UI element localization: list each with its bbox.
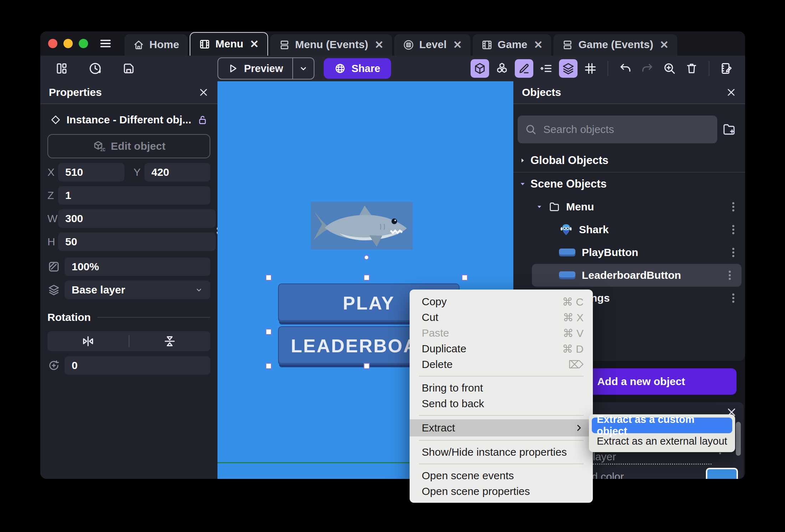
folder-row-menu[interactable]: Menu [513, 195, 745, 218]
kebab-menu-icon[interactable] [729, 201, 737, 213]
menu-item-label: Duplicate [422, 343, 466, 355]
size-rows: W H [47, 209, 210, 252]
trash-icon[interactable] [682, 59, 701, 78]
globe-icon [334, 63, 346, 74]
main-menu-hamburger-icon[interactable] [99, 31, 112, 56]
scrollbar-thumb[interactable] [736, 422, 741, 456]
redo-icon[interactable] [638, 59, 657, 78]
opacity-row [47, 257, 210, 276]
flip-vertical-button[interactable] [129, 334, 211, 348]
y-label: Y [134, 166, 144, 178]
selection-handle[interactable] [364, 363, 370, 369]
instances-cubes-icon[interactable] [493, 59, 511, 78]
edit-object-button[interactable]: 2D Edit object [47, 134, 210, 158]
submenu-item-extract-custom-object[interactable]: Extract as a custom object [592, 418, 732, 433]
angle-field[interactable] [65, 356, 210, 375]
menu-item-duplicate[interactable]: Duplicate ⌘ D [410, 341, 593, 357]
share-button[interactable]: Share [324, 58, 391, 79]
x-field[interactable] [58, 163, 124, 181]
cube-3d-icon[interactable] [471, 59, 489, 78]
kebab-menu-icon[interactable] [726, 269, 734, 281]
close-tab-icon[interactable]: ✕ [660, 40, 668, 50]
object-row-shark[interactable]: Shark [513, 218, 745, 241]
add-folder-icon[interactable] [717, 122, 741, 137]
kebab-menu-icon[interactable] [729, 224, 737, 236]
menu-item-cut[interactable]: Cut ⌘ X [410, 310, 593, 325]
menu-item-send-to-back[interactable]: Send to back [410, 396, 593, 411]
y-field[interactable] [144, 163, 211, 181]
search-objects-box[interactable] [518, 116, 717, 143]
tab-game[interactable]: Game ✕ [473, 34, 551, 56]
flip-horizontal-button[interactable] [47, 334, 129, 348]
background-color-partial-label: d color [592, 471, 624, 479]
close-tab-icon[interactable]: ✕ [534, 40, 543, 50]
opacity-field[interactable] [65, 257, 210, 276]
scene-objects-section[interactable]: Scene Objects [513, 173, 745, 195]
minimize-window-button[interactable] [63, 39, 73, 48]
preview-button[interactable]: Preview [217, 57, 314, 80]
grid-icon[interactable] [581, 59, 600, 78]
selection-handle[interactable] [364, 275, 370, 281]
menu-item-label: Show/Hide instance properties [422, 446, 567, 458]
selection-handle[interactable] [462, 275, 468, 281]
tab-level[interactable]: Level ✕ [394, 34, 471, 56]
dotted-divider [593, 464, 712, 465]
close-tab-icon[interactable]: ✕ [375, 40, 384, 50]
lock-open-icon[interactable] [197, 114, 208, 126]
width-field[interactable] [58, 209, 216, 228]
pencil-edit-icon[interactable] [515, 59, 533, 78]
height-field[interactable] [58, 232, 216, 251]
layer-select[interactable]: Base layer [65, 281, 210, 299]
width-row: W [47, 209, 216, 228]
global-objects-section[interactable]: Global Objects [513, 152, 745, 169]
close-properties-icon[interactable] [198, 87, 209, 98]
zoom-in-icon[interactable] [660, 59, 679, 78]
properties-panel: Properties Instance - Different obj... 2… [40, 81, 217, 479]
history-icon[interactable] [86, 59, 104, 78]
save-icon[interactable] [119, 59, 138, 78]
menu-item-bring-to-front[interactable]: Bring to front [410, 380, 593, 396]
close-objects-icon[interactable] [726, 87, 737, 98]
rotate-angle-icon [47, 359, 65, 372]
shark-sprite[interactable] [311, 202, 413, 250]
close-tab-icon[interactable]: ✕ [250, 39, 259, 50]
menu-item-extract[interactable]: Extract [410, 419, 593, 436]
properties-panel-title: Properties [49, 86, 102, 98]
object-row-label: LeaderboardButton [582, 269, 681, 281]
maximize-window-button[interactable] [79, 39, 88, 48]
search-objects-input[interactable] [543, 123, 710, 136]
selection-handle[interactable] [266, 363, 272, 369]
tab-game-events[interactable]: Game (Events) ✕ [553, 34, 677, 56]
background-color-swatch[interactable] [706, 468, 738, 479]
menu-item-open-scene-events[interactable]: Open scene events [410, 468, 593, 484]
submenu-item-extract-external-layout[interactable]: Extract as an external layout [592, 433, 732, 449]
delete-key-icon: ⌦ [569, 358, 584, 371]
menu-item-open-scene-properties[interactable]: Open scene properties [410, 484, 593, 499]
menu-item-delete[interactable]: Delete ⌦ [410, 357, 593, 372]
kebab-menu-icon[interactable] [729, 292, 737, 304]
close-tab-icon[interactable]: ✕ [453, 40, 462, 50]
selection-handle[interactable] [266, 275, 272, 281]
object-row-leaderboardbutton[interactable]: LeaderboardButton [532, 264, 742, 287]
scene-notes-icon[interactable] [717, 59, 736, 78]
chevron-down-icon [298, 63, 308, 73]
close-window-button[interactable] [48, 39, 57, 48]
open-panels-icon[interactable] [52, 59, 71, 78]
w-label: W [47, 213, 58, 225]
object-row-playbutton[interactable]: PlayButton [513, 241, 745, 264]
layers-icon[interactable] [559, 59, 578, 78]
undo-icon[interactable] [616, 59, 635, 78]
tab-menu[interactable]: Menu ✕ [190, 32, 268, 56]
rotation-handle[interactable] [364, 255, 369, 260]
menu-item-copy[interactable]: Copy ⌘ C [410, 294, 593, 310]
rotation-section: Rotation [47, 311, 210, 323]
preview-options-dropdown[interactable] [293, 63, 314, 73]
kebab-menu-icon[interactable] [729, 246, 737, 259]
tab-home[interactable]: Home [124, 34, 188, 56]
menu-item-shortcut: ⌘ C [562, 296, 584, 308]
selection-handle[interactable] [266, 329, 272, 335]
instance-list-icon[interactable] [537, 59, 555, 78]
z-field[interactable] [58, 186, 210, 205]
tab-menu-events[interactable]: Menu (Events) ✕ [270, 34, 392, 56]
menu-item-show-hide-instance-properties[interactable]: Show/Hide instance properties [410, 444, 593, 460]
